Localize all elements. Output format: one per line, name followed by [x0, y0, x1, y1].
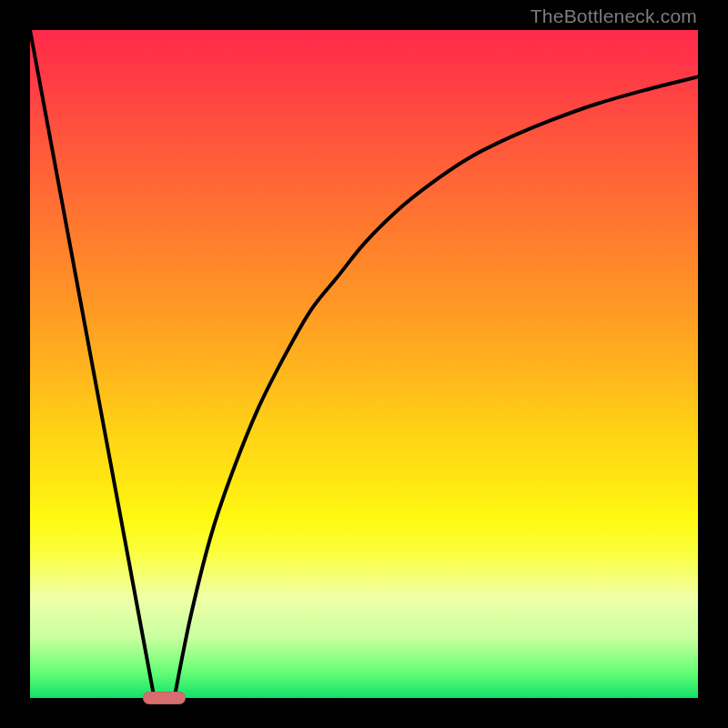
attribution-text: TheBottleneck.com — [531, 5, 697, 27]
curve-left-segment — [30, 30, 155, 698]
optimal-marker — [143, 692, 187, 704]
curve-right-segment — [175, 76, 698, 698]
bottleneck-curve — [30, 30, 698, 698]
plot-area — [30, 30, 698, 698]
chart-frame: TheBottleneck.com — [0, 0, 728, 728]
